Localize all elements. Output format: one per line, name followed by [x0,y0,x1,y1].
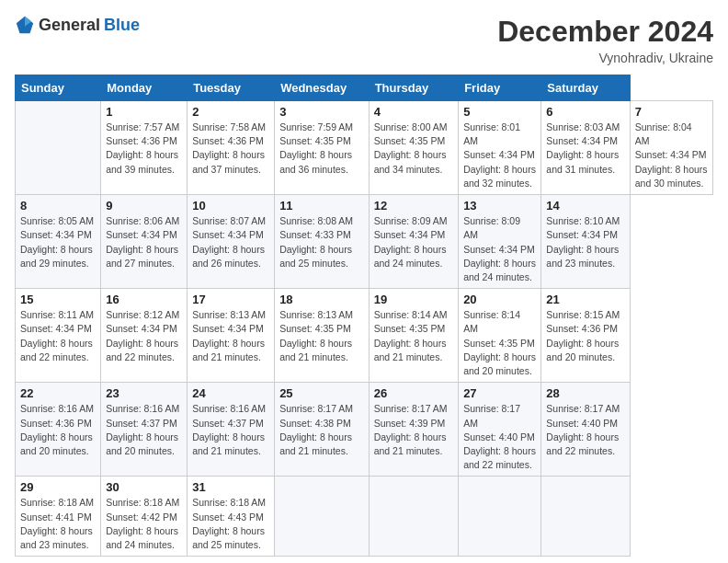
calendar-cell: 31Sunrise: 8:18 AM Sunset: 4:43 PM Dayli… [188,477,275,557]
day-number: 18 [279,293,364,306]
column-header-tuesday: Tuesday [188,75,275,101]
calendar-cell: 7Sunrise: 8:04 AM Sunset: 4:34 PM Daylig… [630,101,712,195]
day-detail: Sunrise: 8:05 AM Sunset: 4:34 PM Dayligh… [20,214,96,270]
day-detail: Sunrise: 8:04 AM Sunset: 4:34 PM Dayligh… [635,121,708,190]
day-detail: Sunrise: 8:15 AM Sunset: 4:36 PM Dayligh… [546,308,624,364]
day-number: 29 [20,480,96,494]
calendar-cell: 1Sunrise: 7:57 AM Sunset: 4:36 PM Daylig… [101,101,188,195]
day-detail: Sunrise: 8:18 AM Sunset: 4:42 PM Dayligh… [106,496,182,552]
day-detail: Sunrise: 8:17 AM Sunset: 4:38 PM Dayligh… [279,402,364,458]
week-row-2: 8Sunrise: 8:05 AM Sunset: 4:34 PM Daylig… [16,195,713,289]
column-header-friday: Friday [459,75,541,101]
day-number: 23 [106,386,182,400]
calendar-cell: 6Sunrise: 8:03 AM Sunset: 4:34 PM Daylig… [541,101,630,195]
calendar-cell: 30Sunrise: 8:18 AM Sunset: 4:42 PM Dayli… [101,477,188,557]
day-number: 3 [279,105,364,119]
day-detail: Sunrise: 8:18 AM Sunset: 4:41 PM Dayligh… [20,496,96,552]
calendar-header-row: SundayMondayTuesdayWednesdayThursdayFrid… [16,75,713,101]
calendar-cell: 5Sunrise: 8:01 AM Sunset: 4:34 PM Daylig… [459,101,541,195]
calendar-cell: 12Sunrise: 8:09 AM Sunset: 4:34 PM Dayli… [369,195,458,289]
day-detail: Sunrise: 8:13 AM Sunset: 4:34 PM Dayligh… [192,308,269,364]
logo-general-text: General [39,16,100,35]
calendar-cell: 14Sunrise: 8:10 AM Sunset: 4:34 PM Dayli… [541,195,630,289]
day-number: 26 [374,386,453,400]
day-detail: Sunrise: 8:07 AM Sunset: 4:34 PM Dayligh… [192,214,269,270]
calendar-cell: 25Sunrise: 8:17 AM Sunset: 4:38 PM Dayli… [275,383,370,477]
page-header: GeneralBlue December 2024 Vynohradiv, Uk… [15,15,713,65]
day-number: 7 [635,105,708,119]
day-detail: Sunrise: 8:00 AM Sunset: 4:35 PM Dayligh… [374,121,453,177]
calendar-cell: 29Sunrise: 8:18 AM Sunset: 4:41 PM Dayli… [16,477,101,557]
calendar-cell [541,477,630,557]
calendar-cell [369,477,458,557]
day-number: 5 [463,105,536,119]
day-number: 21 [546,293,624,306]
logo-blue-text: Blue [104,16,140,35]
day-detail: Sunrise: 8:01 AM Sunset: 4:34 PM Dayligh… [463,121,536,190]
calendar-cell: 3Sunrise: 7:59 AM Sunset: 4:35 PM Daylig… [275,101,370,195]
day-number: 17 [192,293,269,306]
calendar-cell: 21Sunrise: 8:15 AM Sunset: 4:36 PM Dayli… [541,289,630,383]
day-detail: Sunrise: 8:14 AM Sunset: 4:35 PM Dayligh… [463,308,536,378]
day-number: 28 [546,386,624,400]
calendar-cell: 15Sunrise: 8:11 AM Sunset: 4:34 PM Dayli… [16,289,101,383]
calendar-cell: 9Sunrise: 8:06 AM Sunset: 4:34 PM Daylig… [101,195,188,289]
calendar-cell: 16Sunrise: 8:12 AM Sunset: 4:34 PM Dayli… [101,289,188,383]
day-detail: Sunrise: 8:17 AM Sunset: 4:40 PM Dayligh… [463,402,536,472]
day-number: 20 [463,293,536,306]
column-header-wednesday: Wednesday [275,75,370,101]
week-row-1: 1Sunrise: 7:57 AM Sunset: 4:36 PM Daylig… [16,101,713,195]
main-title: December 2024 [497,15,713,49]
day-number: 15 [20,293,96,306]
calendar-cell: 27Sunrise: 8:17 AM Sunset: 4:40 PM Dayli… [459,383,541,477]
day-detail: Sunrise: 7:58 AM Sunset: 4:36 PM Dayligh… [192,121,269,177]
day-number: 8 [20,199,96,213]
day-detail: Sunrise: 8:10 AM Sunset: 4:34 PM Dayligh… [546,214,624,270]
calendar-cell: 11Sunrise: 8:08 AM Sunset: 4:33 PM Dayli… [275,195,370,289]
week-row-3: 15Sunrise: 8:11 AM Sunset: 4:34 PM Dayli… [16,289,713,383]
day-detail: Sunrise: 8:06 AM Sunset: 4:34 PM Dayligh… [106,214,182,270]
day-number: 6 [546,105,624,119]
title-block: December 2024 Vynohradiv, Ukraine [497,15,713,65]
calendar-cell: 2Sunrise: 7:58 AM Sunset: 4:36 PM Daylig… [188,101,275,195]
calendar-cell: 23Sunrise: 8:16 AM Sunset: 4:37 PM Dayli… [101,383,188,477]
calendar-cell: 19Sunrise: 8:14 AM Sunset: 4:35 PM Dayli… [369,289,458,383]
column-header-sunday: Sunday [16,75,101,101]
calendar-cell [459,477,541,557]
day-number: 24 [192,386,269,400]
day-number: 19 [374,293,453,306]
day-detail: Sunrise: 7:57 AM Sunset: 4:36 PM Dayligh… [106,121,182,177]
day-detail: Sunrise: 8:17 AM Sunset: 4:40 PM Dayligh… [546,402,624,458]
day-number: 31 [192,480,269,494]
logo-icon [15,15,35,35]
day-detail: Sunrise: 8:11 AM Sunset: 4:34 PM Dayligh… [20,308,96,364]
calendar-table: SundayMondayTuesdayWednesdayThursdayFrid… [15,75,713,557]
calendar-cell [16,101,101,195]
day-detail: Sunrise: 8:14 AM Sunset: 4:35 PM Dayligh… [374,308,453,364]
calendar-cell: 8Sunrise: 8:05 AM Sunset: 4:34 PM Daylig… [16,195,101,289]
day-detail: Sunrise: 8:18 AM Sunset: 4:43 PM Dayligh… [192,496,269,552]
day-number: 4 [374,105,453,119]
day-number: 25 [279,386,364,400]
day-number: 11 [279,199,364,213]
calendar-cell: 24Sunrise: 8:16 AM Sunset: 4:37 PM Dayli… [188,383,275,477]
calendar-cell: 26Sunrise: 8:17 AM Sunset: 4:39 PM Dayli… [369,383,458,477]
day-number: 1 [106,105,182,119]
day-number: 22 [20,386,96,400]
day-detail: Sunrise: 8:03 AM Sunset: 4:34 PM Dayligh… [546,121,624,177]
calendar-cell: 4Sunrise: 8:00 AM Sunset: 4:35 PM Daylig… [369,101,458,195]
calendar-cell: 20Sunrise: 8:14 AM Sunset: 4:35 PM Dayli… [459,289,541,383]
day-number: 2 [192,105,269,119]
calendar-cell: 17Sunrise: 8:13 AM Sunset: 4:34 PM Dayli… [188,289,275,383]
calendar-cell: 18Sunrise: 8:13 AM Sunset: 4:35 PM Dayli… [275,289,370,383]
day-number: 12 [374,199,453,213]
week-row-4: 22Sunrise: 8:16 AM Sunset: 4:36 PM Dayli… [16,383,713,477]
day-number: 13 [463,199,536,213]
day-detail: Sunrise: 8:16 AM Sunset: 4:37 PM Dayligh… [192,402,269,458]
day-detail: Sunrise: 7:59 AM Sunset: 4:35 PM Dayligh… [279,121,364,177]
day-detail: Sunrise: 8:17 AM Sunset: 4:39 PM Dayligh… [374,402,453,458]
day-number: 27 [463,386,536,400]
column-header-thursday: Thursday [369,75,458,101]
day-number: 30 [106,480,182,494]
day-detail: Sunrise: 8:08 AM Sunset: 4:33 PM Dayligh… [279,214,364,270]
